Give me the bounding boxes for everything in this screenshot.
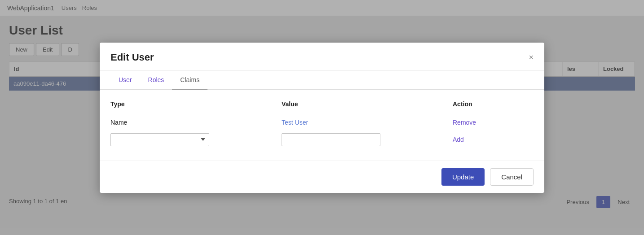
col-action-header: Action: [453, 100, 534, 108]
col-type-header: Type: [110, 100, 282, 108]
update-button[interactable]: Update: [441, 168, 485, 186]
claims-header: Type Value Action: [110, 100, 534, 111]
modal-tabs: User Roles Claims: [100, 71, 544, 90]
cancel-button[interactable]: Cancel: [490, 168, 534, 186]
modal-title: Edit User: [110, 52, 154, 63]
edit-user-modal: Edit User × User Roles Claims Type Value…: [100, 43, 544, 193]
modal-close-button[interactable]: ×: [529, 53, 534, 61]
modal-footer: Update Cancel: [100, 161, 544, 193]
claim-value-input[interactable]: [282, 133, 380, 146]
add-action[interactable]: Add: [453, 136, 534, 143]
tab-claims[interactable]: Claims: [172, 71, 207, 90]
remove-action[interactable]: Remove: [453, 119, 534, 126]
claims-input-row: Add: [110, 130, 534, 150]
claim-type: Name: [110, 119, 282, 126]
claims-data-row: Name Test User Remove: [110, 115, 534, 130]
claim-type-select[interactable]: [110, 133, 209, 146]
modal-overlay: Edit User × User Roles Claims Type Value…: [0, 0, 644, 235]
col-value-header: Value: [282, 100, 453, 108]
claims-table: Type Value Action Name Test User Remove: [110, 100, 534, 150]
value-input-wrapper: [282, 133, 453, 146]
tab-roles[interactable]: Roles: [140, 71, 172, 90]
type-select-wrapper: [110, 133, 282, 146]
tab-user[interactable]: User: [110, 71, 140, 90]
modal-header: Edit User ×: [100, 43, 544, 71]
claim-value: Test User: [282, 119, 453, 126]
modal-body: Type Value Action Name Test User Remove: [100, 90, 544, 161]
